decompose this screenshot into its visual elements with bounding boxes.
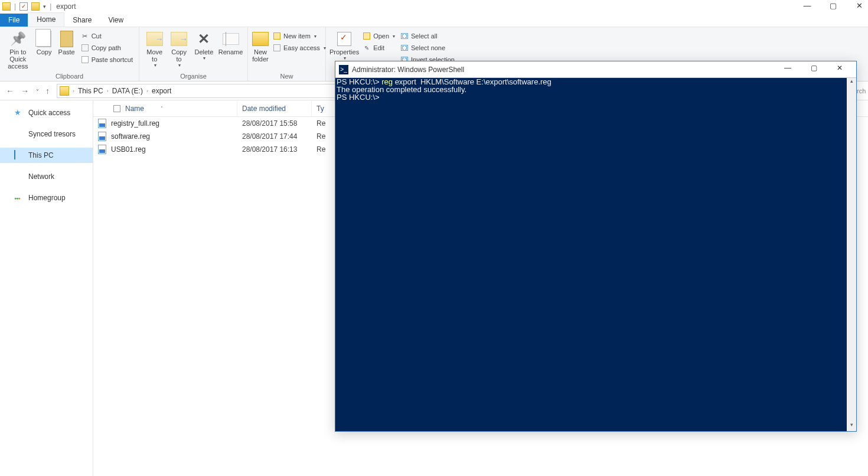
minimize-button[interactable]: —	[800, 1, 815, 10]
new-item-label: New item	[283, 32, 311, 40]
easy-access-button[interactable]: Easy access▾	[270, 43, 328, 53]
paste-label: Paste	[58, 48, 75, 56]
tab-share[interactable]: Share	[64, 14, 100, 27]
folder-icon	[60, 86, 69, 96]
reg-file-icon	[98, 132, 106, 141]
move-to-icon	[146, 32, 163, 46]
folder-icon[interactable]	[2, 2, 11, 11]
copy-icon	[37, 31, 51, 47]
separator: |	[50, 2, 51, 11]
sidebar-item-label: Homegroup	[28, 194, 66, 202]
crumb-drive[interactable]: DATA (E:)	[112, 87, 143, 95]
edit-label: Edit	[373, 44, 384, 51]
copy-button[interactable]: Copy	[34, 28, 55, 56]
folder-icon[interactable]	[31, 2, 40, 11]
forward-button[interactable]: →	[18, 86, 31, 96]
maximize-button[interactable]: ▢	[825, 1, 841, 10]
ps-scrollbar[interactable]: ▴ ▾	[847, 78, 856, 431]
chevron-right-icon[interactable]: ›	[146, 88, 148, 94]
sidebar-item-homegroup[interactable]: Homegroup	[0, 190, 93, 206]
properties-qat-icon[interactable]: ✓	[19, 2, 28, 11]
sidebar-item-network[interactable]: Network	[0, 169, 93, 184]
new-item-button[interactable]: New item▾	[270, 31, 328, 41]
tab-file[interactable]: File	[0, 14, 28, 27]
titlebar: | ✓ ▾ | export — ▢ ✕	[0, 0, 868, 13]
paste-shortcut-label: Paste shortcut	[92, 56, 133, 63]
delete-button[interactable]: Delete ▾	[192, 28, 216, 61]
group-label-organise: Organise	[143, 71, 244, 81]
select-none-icon	[401, 45, 408, 51]
move-to-label: Move to	[146, 48, 162, 63]
up-button[interactable]: ↑	[43, 86, 52, 96]
ps-close-button[interactable]: ✕	[827, 64, 853, 76]
paste-shortcut-button[interactable]: Paste shortcut	[79, 54, 135, 65]
open-button[interactable]: Open▾	[360, 31, 397, 41]
file-name: USB01.reg	[111, 145, 146, 154]
ribbon-tabs: File Home Share View	[0, 13, 868, 27]
recent-dropdown[interactable]: ˅	[34, 89, 41, 95]
new-folder-label: New folder	[252, 48, 269, 63]
cut-button[interactable]: Cut	[79, 31, 135, 41]
copy-to-label: Copy to	[171, 48, 187, 63]
reg-file-icon	[98, 145, 106, 154]
new-folder-button[interactable]: New folder	[252, 28, 269, 63]
group-organise: Move to ▾ Copy to ▾ Delete ▾ Rename Orga…	[139, 27, 248, 81]
easy-access-label: Easy access	[283, 44, 320, 51]
new-item-icon	[273, 32, 280, 40]
chevron-down-icon: ▾	[344, 56, 346, 61]
properties-button[interactable]: Properties ▾	[329, 28, 359, 61]
close-button[interactable]: ✕	[851, 1, 867, 10]
ps-prompt: PS HKCU:\>	[337, 93, 380, 102]
sort-indicator-icon: ˄	[161, 106, 163, 111]
qat-dropdown-icon[interactable]: ▾	[43, 4, 46, 9]
ps-titlebar[interactable]: >_ Administrator: Windows PowerShell — ▢…	[335, 61, 856, 78]
sidebar-item-this-pc[interactable]: This PC	[0, 148, 93, 163]
easy-access-icon	[273, 44, 280, 51]
pin-to-quick-access-button[interactable]: Pin to Quick access	[4, 28, 32, 70]
window-controls: — ▢ ✕	[800, 1, 867, 10]
properties-icon	[337, 32, 351, 46]
scroll-down-icon[interactable]: ▾	[847, 422, 856, 431]
copy-to-icon	[171, 32, 187, 46]
homegroup-icon	[14, 193, 24, 203]
powershell-window[interactable]: >_ Administrator: Windows PowerShell — ▢…	[335, 61, 857, 432]
copy-to-button[interactable]: Copy to ▾	[167, 28, 190, 68]
ps-console[interactable]: PS HKCU:\> reg export HKLM\Software E:\e…	[335, 78, 856, 101]
back-button[interactable]: ←	[4, 86, 17, 96]
select-none-button[interactable]: Select none	[398, 43, 457, 53]
copy-path-button[interactable]: Copy path	[79, 43, 135, 53]
shortcut-icon	[81, 56, 89, 63]
chevron-right-icon[interactable]: ›	[107, 88, 109, 94]
sidebar-item-quick-access[interactable]: Quick access	[0, 105, 93, 120]
select-all-checkbox[interactable]	[113, 105, 120, 112]
crumb-this-pc[interactable]: This PC	[78, 87, 103, 95]
column-label: Ty	[316, 105, 324, 113]
properties-label: Properties	[329, 48, 359, 56]
sidebar-item-label: Quick access	[28, 109, 70, 117]
tab-home[interactable]: Home	[28, 12, 64, 27]
rename-button[interactable]: Rename	[217, 28, 244, 56]
chevron-right-icon[interactable]: ›	[73, 88, 74, 94]
move-to-button[interactable]: Move to ▾	[143, 28, 166, 68]
scroll-up-icon[interactable]: ▴	[847, 78, 856, 87]
column-label: Date modified	[242, 105, 286, 113]
ps-minimize-button[interactable]: —	[775, 64, 801, 76]
pin-icon	[9, 31, 27, 47]
open-icon	[363, 32, 370, 40]
column-header-name[interactable]: Name˄	[93, 100, 237, 116]
tab-view[interactable]: View	[100, 14, 132, 27]
group-label-clipboard: Clipboard	[4, 71, 135, 81]
copy-label: Copy	[37, 48, 52, 56]
select-all-button[interactable]: Select all	[398, 31, 457, 41]
file-name: registry_full.reg	[111, 119, 159, 128]
sidebar-item-synced-tresors[interactable]: Synced tresors	[0, 126, 93, 142]
edit-button[interactable]: Edit	[360, 43, 397, 53]
delete-icon	[195, 31, 213, 47]
column-header-date[interactable]: Date modified	[237, 100, 312, 116]
copy-path-label: Copy path	[92, 44, 121, 51]
crumb-folder[interactable]: export	[152, 87, 171, 95]
star-icon	[14, 108, 24, 118]
ps-maximize-button[interactable]: ▢	[801, 64, 827, 76]
scissors-icon	[81, 32, 89, 40]
paste-button[interactable]: Paste	[56, 28, 77, 56]
